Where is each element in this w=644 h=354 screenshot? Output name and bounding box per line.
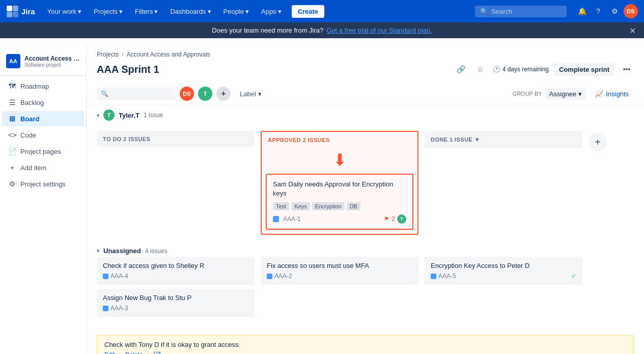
unassigned-card-aaa3[interactable]: Assign New Bug Trak to Stu P AAA-3 bbox=[97, 289, 255, 317]
insights-button[interactable]: 📈 Insights bbox=[590, 88, 634, 100]
projects-menu[interactable]: Projects▾ bbox=[90, 6, 127, 17]
svg-rect-1 bbox=[13, 6, 18, 11]
tag-encryption: Encryption bbox=[312, 202, 345, 210]
search-icon: 🔍 bbox=[101, 90, 108, 97]
board-search-input[interactable] bbox=[110, 90, 172, 98]
issue-checkbox bbox=[273, 216, 279, 222]
project-header[interactable]: AA Account Access and Ap... Software pro… bbox=[0, 49, 86, 73]
search-input[interactable] bbox=[491, 8, 552, 15]
board-area: TO DO 2 ISSUES APPROVED 2 ISSUES ⬇ Sam D… bbox=[87, 123, 644, 243]
bottom-section: Check with Tony D if it is okay to grant… bbox=[87, 321, 644, 354]
add-avatar-button[interactable]: + bbox=[216, 87, 231, 101]
link-icon[interactable]: 🔗 bbox=[454, 62, 468, 76]
sidebar-divider bbox=[0, 75, 86, 76]
card-title: Fix access so users must use MFA bbox=[267, 262, 412, 269]
card-tags: Test Keys Encryption DB bbox=[273, 202, 406, 210]
unassigned-card-aaa5[interactable]: Encryption Key Access to Peter D AAA-5 ✓ bbox=[425, 257, 582, 285]
svg-rect-3 bbox=[13, 12, 18, 17]
avatar-t[interactable]: T bbox=[198, 87, 212, 101]
unassigned-cards-area: Check if access given to Shelley R AAA-4… bbox=[97, 257, 634, 321]
help-icon[interactable]: ? bbox=[591, 4, 605, 18]
tyler-group-row[interactable]: ▾ T Tyler.T 1 issue bbox=[87, 105, 644, 123]
card-title: Assign New Bug Trak to Stu P bbox=[103, 294, 248, 302]
dashboards-menu[interactable]: Dashboards▾ bbox=[166, 6, 215, 17]
user-avatar[interactable]: DS bbox=[624, 4, 638, 18]
project-type: Software project bbox=[24, 62, 80, 68]
filters-menu[interactable]: Filters▾ bbox=[131, 6, 162, 17]
banner-text: Does your team need more from Jira? bbox=[212, 26, 323, 34]
label-filter-button[interactable]: Label ▾ bbox=[235, 88, 267, 100]
sidebar-item-roadmap[interactable]: 🗺 Roadmap bbox=[2, 78, 84, 94]
header-actions: 🔗 ☆ 🕐 4 days remaining Complete sprint •… bbox=[454, 62, 634, 76]
apps-menu[interactable]: Apps▾ bbox=[257, 6, 286, 17]
insights-chart-icon: 📈 bbox=[595, 90, 603, 98]
sidebar-item-add-item[interactable]: + Add item bbox=[2, 160, 84, 175]
bottom-card-title: Check with Tony D if it is okay to grant… bbox=[104, 341, 626, 348]
your-work-menu[interactable]: Your work▾ bbox=[43, 6, 86, 17]
card-avatar: T bbox=[397, 214, 406, 224]
group-by: GROUP BY Assignee ▾ bbox=[513, 88, 586, 100]
time-remaining: 🕐 4 days remaining bbox=[493, 66, 549, 73]
settings-icon: ⚙ bbox=[8, 180, 16, 188]
approved-column-header: APPROVED 2 ISSUES bbox=[262, 132, 417, 148]
delete-link[interactable]: Delete bbox=[125, 351, 143, 354]
search-icon: 🔍 bbox=[480, 8, 488, 15]
page-header: AAA Sprint 1 🔗 ☆ 🕐 4 days remaining Comp… bbox=[87, 60, 644, 83]
done-column: DONE 1 ISSUE ▾ bbox=[425, 131, 582, 148]
settings-icon[interactable]: ⚙ bbox=[607, 4, 622, 18]
checkbox-icon bbox=[103, 274, 108, 279]
banner-link[interactable]: Get a free trial of our Standard plan. bbox=[326, 26, 432, 34]
nav-icons: 🔔 ? ⚙ DS bbox=[575, 4, 638, 18]
breadcrumb-project-link[interactable]: Account Access and Approvals bbox=[127, 51, 210, 58]
sidebar-item-project-settings[interactable]: ⚙ Project settings bbox=[2, 176, 84, 192]
sidebar-item-project-pages[interactable]: 📄 Project pages bbox=[2, 144, 84, 159]
group-by-button[interactable]: Assignee ▾ bbox=[545, 88, 586, 100]
jira-logo[interactable]: Jira bbox=[6, 5, 35, 17]
board-search[interactable]: 🔍 bbox=[97, 88, 176, 100]
board-toolbar: 🔍 DS T + Label ▾ GROUP BY Assignee ▾ 📈 I… bbox=[87, 83, 644, 105]
search-box[interactable]: 🔍 bbox=[475, 6, 567, 17]
card-id: AAA-4 bbox=[103, 273, 248, 280]
svg-rect-0 bbox=[7, 6, 12, 11]
chevron-down-icon: ▾ bbox=[258, 90, 262, 98]
approved-column: APPROVED 2 ISSUES ⬇ Sam Daily needs Appr… bbox=[261, 131, 418, 235]
down-arrow-icon: ⬇ bbox=[333, 150, 347, 170]
bottom-yellow-card: Check with Tony D if it is okay to grant… bbox=[97, 335, 634, 354]
tyler-name: Tyler.T bbox=[119, 112, 139, 119]
avatar-ds[interactable]: DS bbox=[180, 87, 194, 101]
banner-close-button[interactable]: ✕ bbox=[629, 25, 636, 35]
main-layout: AA Account Access and Ap... Software pro… bbox=[0, 45, 644, 354]
edit-link[interactable]: Edit bbox=[104, 351, 115, 354]
todo-column: TO DO 2 ISSUES bbox=[97, 131, 255, 147]
sidebar-item-code[interactable]: <> Code bbox=[2, 127, 84, 143]
unassigned-card-aaa2[interactable]: Fix access so users must use MFA AAA-2 bbox=[261, 257, 418, 285]
done-chevron-icon[interactable]: ▾ bbox=[475, 136, 479, 143]
unassigned-done-col: Encryption Key Access to Peter D AAA-5 ✓ bbox=[425, 257, 582, 321]
card-id: AAA-5 ✓ bbox=[431, 273, 576, 280]
flag-icon: ⚑ bbox=[384, 215, 389, 223]
create-button[interactable]: Create bbox=[292, 5, 324, 18]
done-checkmark-icon: ✓ bbox=[571, 273, 576, 280]
backlog-icon: ☰ bbox=[8, 98, 16, 106]
unassigned-group-row[interactable]: ▾ Unassigned 4 issues bbox=[97, 243, 634, 257]
sidebar-item-backlog[interactable]: ☰ Backlog bbox=[2, 95, 84, 110]
breadcrumb-projects-link[interactable]: Projects bbox=[97, 51, 119, 58]
status-icon: 🔄 bbox=[153, 351, 161, 354]
unassigned-label: Unassigned bbox=[103, 247, 141, 255]
group-chevron-icon: ▾ bbox=[97, 113, 99, 118]
top-navigation: Jira Your work▾ Projects▾ Filters▾ Dashb… bbox=[0, 0, 644, 22]
unassigned-card-aaa4[interactable]: Check if access given to Shelley R AAA-4 bbox=[97, 257, 255, 285]
add-column-button[interactable]: + bbox=[589, 133, 607, 151]
tyler-issue-count: 1 issue bbox=[144, 112, 163, 119]
complete-sprint-button[interactable]: Complete sprint bbox=[554, 63, 614, 76]
flag-count: 2 bbox=[391, 215, 395, 223]
tag-keys: Keys bbox=[291, 202, 310, 210]
highlighted-issue-card[interactable]: Sam Daily needs Approval for Encryption … bbox=[266, 174, 413, 230]
sidebar-item-board[interactable]: ⊞ Board bbox=[2, 111, 84, 126]
notifications-icon[interactable]: 🔔 bbox=[575, 4, 589, 18]
star-icon[interactable]: ☆ bbox=[473, 62, 488, 76]
tag-test: Test bbox=[273, 202, 289, 210]
unassigned-chevron-icon: ▾ bbox=[97, 248, 99, 254]
people-menu[interactable]: People▾ bbox=[219, 6, 253, 17]
more-options-button[interactable]: ••• bbox=[620, 62, 634, 76]
